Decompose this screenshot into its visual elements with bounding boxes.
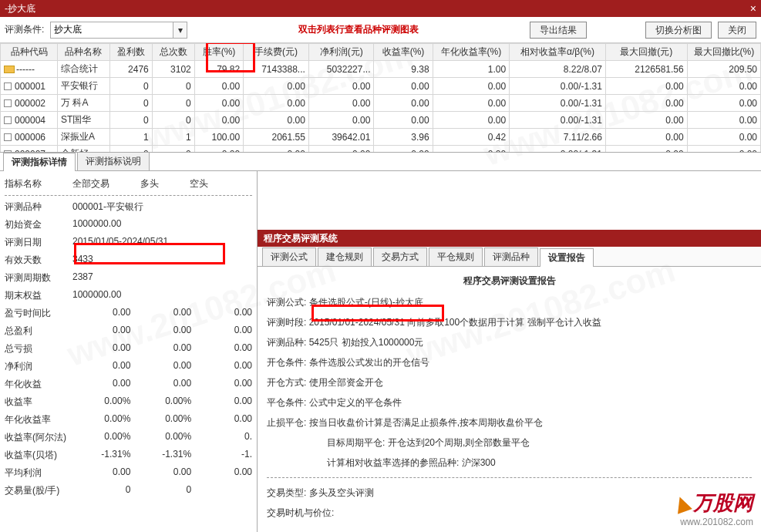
grid-cell: 0.: [191, 431, 252, 444]
grid-cell: 0.00%: [70, 431, 131, 444]
grid-cell: -1.31%: [70, 449, 131, 462]
checkbox-icon: [4, 82, 12, 90]
grid-key: 交易量(股/手): [5, 484, 70, 497]
grid-key: 年化收益: [5, 378, 70, 391]
report-value: 按当日收盘价计算是否满足止损条件,按本周期收盘价平仓: [309, 417, 543, 428]
kv-key: 评测日期: [5, 236, 72, 249]
tab-explain[interactable]: 评测指标说明: [77, 152, 150, 170]
kv-key: 有效天数: [5, 254, 72, 267]
report-value: 公式中定义的平仓条件: [309, 397, 402, 408]
table-row[interactable]: 000006深振业A11100.002061.5539642.013.960.4…: [1, 129, 761, 146]
col-11[interactable]: 最大回撤比(%): [687, 44, 760, 61]
grid-cell: 0.00: [70, 360, 131, 373]
col-long: 多头: [140, 177, 159, 190]
col-2[interactable]: 盈利数: [109, 44, 152, 61]
report-value: 条件选股公式-(日线)-抄大底: [309, 297, 423, 308]
col-3[interactable]: 总次数: [152, 44, 194, 61]
tab-detail[interactable]: 评测指标详情: [3, 153, 76, 171]
grid-key: 年化收益率: [5, 413, 70, 426]
report-key: 开仓方式:: [267, 375, 306, 389]
grid-cell: 0.00: [70, 325, 131, 338]
system-title: 程序交易评测系统: [258, 230, 761, 247]
report-body: 程序交易评测设置报告 评测公式: 条件选股公式-(日线)-抄大底评测时段: 20…: [258, 267, 761, 532]
checkbox-icon: [4, 133, 12, 141]
table-row[interactable]: 000007全新好000.000.000.000.000.000.00/-1.3…: [1, 146, 761, 153]
right-tab-0[interactable]: 评测公式: [262, 247, 316, 266]
report-value: 2015/01/01-2024/05/31: [309, 317, 405, 328]
col-8[interactable]: 年化收益率(%): [433, 44, 509, 61]
right-panel: 程序交易评测系统 评测公式建仓规则交易方式平仓规则评测品种设置报告 程序交易评测…: [258, 171, 761, 532]
col-5[interactable]: 手续费(元): [244, 44, 309, 61]
kv-value: 2387: [72, 271, 252, 285]
result-table: 品种代码品种名称盈利数总次数胜率(%)手续费(元)净利润(元)收益率(%)年化收…: [0, 43, 761, 153]
close-icon[interactable]: ×: [750, 0, 756, 17]
kv-value: 1000000.00: [72, 289, 252, 302]
col-1[interactable]: 品种名称: [58, 44, 110, 61]
col-9[interactable]: 相对收益率α/β(%): [510, 44, 606, 61]
report-value: 条件选股公式发出的开仓信号: [309, 357, 429, 368]
kv-value: 000001-平安银行: [72, 200, 252, 214]
grid-cell: 0.00: [70, 307, 131, 320]
target-period-close: 目标周期平仓: 开仓达到20个周期,则全部数量平仓: [267, 436, 752, 450]
grid-cell: 0.00: [130, 342, 191, 355]
table-row[interactable]: 000002万 科A000.000.000.000.000.000.00/-1.…: [1, 95, 761, 112]
col-6[interactable]: 净利润(元): [308, 44, 374, 61]
col-0[interactable]: 品种代码: [1, 44, 58, 61]
report-value: 使用全部资金开仓: [309, 377, 383, 388]
grid-cell: 0.00%: [130, 396, 191, 409]
right-tab-3[interactable]: 平仓规则: [429, 247, 483, 266]
grid-cell: 0.00: [130, 325, 191, 338]
grid-key: 收益率: [5, 396, 70, 409]
grid-cell: -1.31%: [130, 449, 191, 462]
trade-type-label: 交易类型:: [267, 486, 306, 500]
result-table-wrap: 品种代码品种名称盈利数总次数胜率(%)手续费(元)净利润(元)收益率(%)年化收…: [0, 43, 761, 153]
right-tab-1[interactable]: 建仓规则: [318, 247, 372, 266]
condition-input[interactable]: [50, 22, 173, 39]
grid-key: 平均利润: [5, 466, 70, 480]
grid-cell: 0.00: [70, 466, 131, 480]
right-tab-4[interactable]: 评测品种: [484, 247, 538, 266]
col-10[interactable]: 最大回撤(元): [605, 44, 687, 61]
report-key: 评测品种:: [267, 335, 306, 349]
grid-cell: 0.00: [191, 413, 252, 426]
kv-key: 评测品种: [5, 200, 72, 214]
switch-chart-button[interactable]: 切换分析图: [645, 22, 712, 39]
right-tab-2[interactable]: 交易方式: [373, 247, 427, 266]
grid-cell: 0.00: [191, 378, 252, 391]
table-row[interactable]: ------综合统计2476310279.827143388...5032227…: [1, 61, 761, 78]
grid-cell: 0.00: [191, 466, 252, 480]
reference-index: 计算相对收益率选择的参照品种: 沪深300: [267, 456, 752, 470]
table-row[interactable]: 000001平安银行000.000.000.000.000.000.00/-1.…: [1, 78, 761, 95]
grid-cell: 0.00: [130, 378, 191, 391]
grid-key: 总盈利: [5, 325, 70, 338]
report-key: 平仓条件:: [267, 396, 306, 409]
checkbox-icon: [4, 116, 12, 124]
grid-cell: 0.00: [191, 325, 252, 338]
close-button[interactable]: 关闭: [718, 22, 756, 39]
report-title: 程序交易评测设置报告: [267, 274, 752, 288]
left-panel: 指标名称 全部交易 多头 空头 评测品种000001-平安银行初始资金10000…: [0, 171, 258, 532]
grid-cell: -1.: [191, 449, 252, 462]
grid-cell: 0.00: [130, 307, 191, 320]
table-row[interactable]: 000004ST国华000.000.000.000.000.000.00/-1.…: [1, 112, 761, 129]
export-button[interactable]: 导出结果: [530, 22, 587, 39]
grid-key: 收益率(贝塔): [5, 449, 70, 462]
col-7[interactable]: 收益率(%): [374, 44, 433, 61]
kv-key: 初始资金: [5, 218, 72, 231]
grid-cell: 0.00%: [70, 396, 131, 409]
report-tail: 向前多取100个数据用于计算 强制平仓计入收益: [407, 317, 601, 328]
right-tab-5[interactable]: 设置报告: [540, 248, 594, 267]
col-4[interactable]: 胜率(%): [194, 44, 243, 61]
grid-cell: 0: [70, 484, 131, 497]
trade-type-value: 多头及空头评测: [309, 487, 374, 498]
kv-key: 评测周期数: [5, 271, 72, 285]
hint-text: 双击列表行查看品种评测图表: [194, 23, 524, 36]
grid-cell: 0.00: [130, 360, 191, 373]
folder-icon: [4, 66, 15, 73]
chevron-down-icon[interactable]: ▾: [173, 22, 187, 39]
titlebar: -抄大底 ×: [0, 0, 761, 17]
trade-time-label: 交易时机与价位:: [267, 506, 752, 520]
grid-cell: 0.00%: [130, 431, 191, 444]
col-all: 全部交易: [72, 177, 109, 190]
grid-key: 收益率(阿尔法): [5, 431, 70, 444]
